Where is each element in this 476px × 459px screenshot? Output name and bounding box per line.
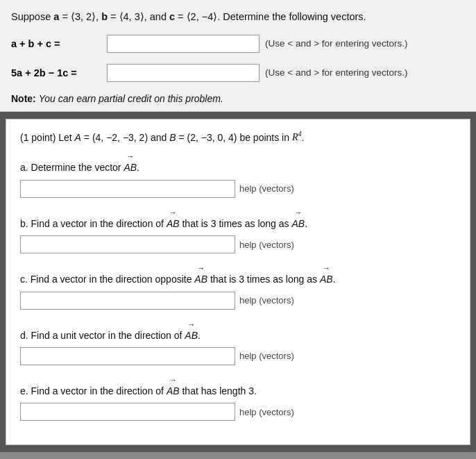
input-row-e: help (vectors) <box>20 403 456 421</box>
eq2-label: 5a + 2b − 1c = <box>11 67 101 78</box>
sub-problem-c: c. Find a vector in the direction opposi… <box>20 266 456 309</box>
equation-row-1: a + b + c = (Use < and > for entering ve… <box>11 35 465 53</box>
eq2-hint: (Use < and > for entering vectors.) <box>265 67 408 78</box>
help-link-e[interactable]: help (vectors) <box>239 407 294 417</box>
inner-box: (1 point) Let A = (4, −2, −3, 2) and B =… <box>6 119 470 446</box>
input-c[interactable] <box>20 292 235 310</box>
top-section: Suppose a = ⟨3, 2⟩, b = ⟨4, 3⟩, and c = … <box>0 0 476 112</box>
sub-label-d: d. Find a unit vector in the direction o… <box>20 322 456 343</box>
problem-statement: Suppose a = ⟨3, 2⟩, b = ⟨4, 3⟩, and c = … <box>11 10 465 25</box>
note-text: Note: You can earn partial credit on thi… <box>11 93 465 104</box>
help-link-c[interactable]: help (vectors) <box>239 295 294 306</box>
bottom-section: (1 point) Let A = (4, −2, −3, 2) and B =… <box>0 112 476 453</box>
inner-header: (1 point) Let A = (4, −2, −3, 2) and B =… <box>20 129 456 145</box>
eq2-input[interactable] <box>107 64 260 82</box>
help-link-a[interactable]: help (vectors) <box>239 183 294 194</box>
equation-row-2: 5a + 2b − 1c = (Use < and > for entering… <box>11 64 465 82</box>
input-e[interactable] <box>20 403 235 421</box>
help-link-d[interactable]: help (vectors) <box>239 351 294 361</box>
sub-problem-d: d. Find a unit vector in the direction o… <box>20 322 456 365</box>
input-row-a: help (vectors) <box>20 180 456 198</box>
sub-problem-a: a. Determine the vector AB. help (vector… <box>20 154 456 197</box>
input-a[interactable] <box>20 180 235 198</box>
help-link-b[interactable]: help (vectors) <box>239 240 294 250</box>
sub-label-a: a. Determine the vector AB. <box>20 154 456 175</box>
sub-problem-e: e. Find a vector in the direction of AB … <box>20 378 456 421</box>
sub-problem-b: b. Find a vector in the direction of AB … <box>20 210 456 253</box>
eq1-label: a + b + c = <box>11 38 101 49</box>
input-b[interactable] <box>20 235 235 253</box>
sub-label-e: e. Find a vector in the direction of AB … <box>20 378 456 399</box>
input-row-c: help (vectors) <box>20 292 456 310</box>
eq1-input[interactable] <box>107 35 260 53</box>
input-d[interactable] <box>20 347 235 365</box>
sub-label-c: c. Find a vector in the direction opposi… <box>20 266 456 287</box>
input-row-d: help (vectors) <box>20 347 456 365</box>
input-row-b: help (vectors) <box>20 235 456 253</box>
eq1-hint: (Use < and > for entering vectors.) <box>265 38 408 49</box>
sub-label-b: b. Find a vector in the direction of AB … <box>20 210 456 231</box>
